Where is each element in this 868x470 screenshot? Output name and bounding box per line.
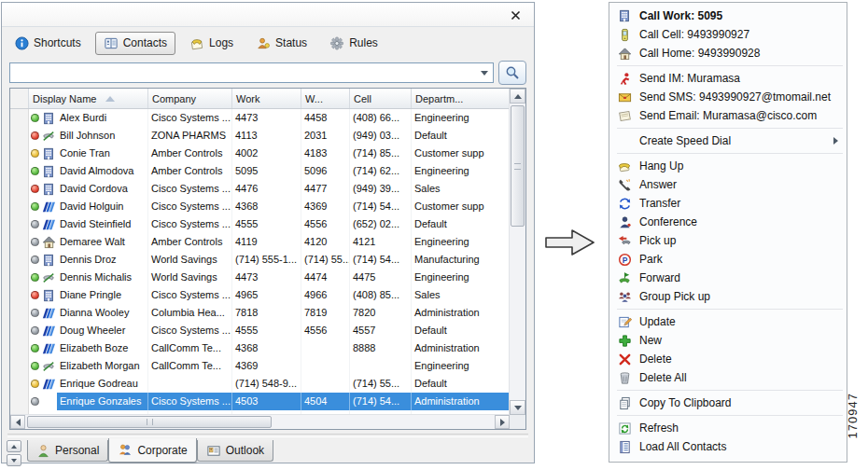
cell-display-name: David Steinfield bbox=[57, 215, 148, 233]
context-menu: Call Work: 5095Call Cell: 9493990927Call… bbox=[609, 2, 847, 463]
search-input[interactable] bbox=[12, 64, 474, 81]
table-row-conie-tran[interactable]: Conie TranAmber Controls40024183(714) 85… bbox=[10, 145, 511, 162]
column-header-company[interactable]: Company bbox=[148, 89, 232, 108]
menu-item-answer[interactable]: Answer bbox=[609, 175, 847, 194]
copy-icon bbox=[609, 396, 639, 410]
menu-item-forward[interactable]: Forward bbox=[609, 269, 847, 287]
menu-item-call-work-5095[interactable]: Call Work: 5095 bbox=[609, 7, 847, 25]
toolbar-button-rules[interactable]: Rules bbox=[321, 32, 386, 55]
table-row-enrique-gonzales[interactable]: Enrique GonzalesCisco Systems ...4503450… bbox=[10, 393, 511, 410]
table-row-enrique-godreau[interactable]: Enrique Godreau(714) 548-9...(714) 55...… bbox=[10, 375, 511, 393]
menu-item-send-email-muramasa-cisco-com[interactable]: Send Email: Muramasa@cisco.com bbox=[609, 106, 847, 125]
search-combobox[interactable] bbox=[9, 62, 494, 83]
tab-scroll-up-button[interactable] bbox=[7, 440, 21, 452]
tab-corporate[interactable]: Corporate bbox=[108, 438, 196, 463]
table-row-elizabeth-boze[interactable]: Elizabeth BozeCallComm Te...43688888Admi… bbox=[10, 339, 511, 357]
toolbar-button-label: Logs bbox=[209, 36, 233, 49]
menu-item-call-cell-9493990927[interactable]: Call Cell: 9493990927 bbox=[609, 25, 847, 44]
menu-item-transfer[interactable]: Transfer bbox=[609, 194, 847, 213]
table-row-dennis-michalis[interactable]: Dennis MichalisWorld Savings447344744475… bbox=[10, 269, 511, 286]
menu-item-create-speed-dial[interactable]: Create Speed Dial bbox=[609, 131, 847, 150]
menu-item-new[interactable]: New bbox=[609, 331, 847, 350]
scroll-left-button[interactable] bbox=[10, 415, 25, 429]
cell-display-name: David Holguin bbox=[57, 198, 148, 215]
menu-item-refresh[interactable]: Refresh bbox=[609, 419, 847, 437]
tab-personal[interactable]: Personal bbox=[27, 440, 108, 462]
column-header-display-name[interactable]: Display Name bbox=[29, 89, 148, 108]
table-row-dennis-droz[interactable]: Dennis DrozWorld Savings(714) 555-1...(7… bbox=[10, 251, 511, 269]
table-row-david-steinfield[interactable]: David SteinfieldCisco Systems ...4555455… bbox=[10, 215, 511, 233]
cell-cell bbox=[350, 357, 412, 375]
table-row-elizabeth-morgan[interactable]: Elizabeth MorganCallComm Te...4369Engine… bbox=[10, 357, 511, 375]
combo-dropdown-button[interactable] bbox=[476, 63, 493, 82]
presence-gray-icon bbox=[31, 326, 39, 335]
menu-item-pick-up[interactable]: Pick up bbox=[609, 231, 847, 250]
info-icon bbox=[15, 36, 29, 50]
menu-item-send-im-muramasa[interactable]: Send IM: Muramasa bbox=[609, 69, 847, 88]
column-header-label: W... bbox=[305, 93, 323, 104]
menu-item-hang-up[interactable]: Hang Up bbox=[609, 157, 847, 175]
arrow-up-icon bbox=[514, 94, 522, 99]
menu-item-delete-all[interactable]: Delete All bbox=[609, 368, 847, 387]
menu-item-copy-to-clipboard[interactable]: Copy To Clipboard bbox=[609, 394, 847, 412]
column-header-w[interactable]: W... bbox=[301, 89, 350, 108]
presence-cell bbox=[29, 322, 41, 339]
table-row-bill-johnson[interactable]: Bill JohnsonZONA PHARMS41132031(949) 03.… bbox=[10, 127, 511, 145]
menu-item-delete[interactable]: Delete bbox=[609, 350, 847, 368]
column-header-work[interactable]: Work bbox=[232, 89, 301, 108]
cell-cell: 8888 bbox=[350, 339, 412, 357]
tab-scroll-spinner bbox=[7, 440, 21, 466]
column-header-cell[interactable]: Cell bbox=[350, 89, 412, 108]
table-row-david-cordova[interactable]: David CordovaCisco Systems ...44764477(9… bbox=[10, 180, 511, 198]
logs-icon bbox=[189, 36, 204, 50]
scroll-right-button[interactable] bbox=[495, 415, 510, 429]
table-row-alex-burdi[interactable]: Alex BurdiCisco Systems ...44734458(408)… bbox=[10, 109, 511, 127]
contact-type-cell bbox=[41, 145, 57, 162]
menu-item-update[interactable]: Update bbox=[609, 312, 847, 331]
toolbar-button-contacts[interactable]: Contacts bbox=[95, 32, 175, 55]
presence-red-icon bbox=[31, 185, 39, 193]
presence-cell bbox=[29, 269, 41, 286]
cell-department: Engineering bbox=[412, 357, 511, 375]
menu-item-send-sms-9493990927-tmomail-net[interactable]: Send SMS: 9493990927@tmomail.net bbox=[609, 88, 847, 106]
table-row-david-holguin[interactable]: David HolguinCisco Systems ...43684369(7… bbox=[10, 198, 511, 215]
menu-item-label: Call Work: 5095 bbox=[639, 9, 722, 22]
cell-display-name: Elizabeth Morgan bbox=[57, 357, 148, 375]
presence-cell bbox=[29, 109, 41, 127]
vertical-scrollbar-thumb[interactable] bbox=[511, 105, 525, 227]
column-header-departm[interactable]: Departm... bbox=[412, 89, 511, 108]
scroll-up-button[interactable] bbox=[510, 89, 525, 104]
table-row-david-almodova[interactable]: David AlmodovaAmber Controls50955096(714… bbox=[10, 162, 511, 180]
menu-item-label: Call Cell: 9493990927 bbox=[639, 28, 749, 41]
cell-work: 4369 bbox=[232, 357, 301, 375]
table-row-demaree-walt[interactable]: Demaree WaltAmber Controls411941204121En… bbox=[10, 233, 511, 251]
row-selector-cell bbox=[10, 286, 29, 304]
toolbar-button-status[interactable]: Status bbox=[247, 32, 315, 55]
scroll-down-button[interactable] bbox=[510, 400, 525, 415]
table-row-diane-pringle[interactable]: Diane PringleCisco Systems ...49654966(4… bbox=[10, 286, 511, 304]
menu-item-call-home-9493990928[interactable]: Call Home: 9493990928 bbox=[609, 44, 847, 62]
cell-cell: (408) 66... bbox=[350, 109, 412, 127]
table-row-dianna-wooley[interactable]: Dianna WooleyColumbia Hea...781878197820… bbox=[10, 304, 511, 322]
horizontal-scrollbar[interactable] bbox=[10, 414, 510, 429]
cell-cell: 4121 bbox=[350, 233, 412, 251]
close-button[interactable] bbox=[508, 7, 523, 22]
table-row-doug-wheeler[interactable]: Doug WheelerCisco Systems ...45554556455… bbox=[10, 322, 511, 339]
menu-item-load-all-contacts[interactable]: Load All Contacts bbox=[609, 437, 847, 456]
toolbar-button-label: Status bbox=[275, 36, 307, 49]
menu-item-park[interactable]: PPark bbox=[609, 250, 847, 269]
toolbar-button-shortcuts[interactable]: Shortcuts bbox=[7, 32, 90, 55]
stripes-icon bbox=[42, 378, 55, 391]
contact-type-cell bbox=[41, 269, 57, 286]
horizontal-scrollbar-thumb[interactable] bbox=[27, 416, 272, 428]
menu-item-conference[interactable]: Conference bbox=[609, 213, 847, 231]
vertical-scrollbar[interactable] bbox=[509, 89, 525, 415]
cell-work2: 4504 bbox=[301, 393, 350, 410]
toolbar-button-logs[interactable]: Logs bbox=[181, 32, 242, 55]
tab-scroll-down-button[interactable] bbox=[7, 454, 21, 466]
menu-item-group-pick-up[interactable]: Group Pick up bbox=[609, 287, 847, 306]
building-icon bbox=[609, 9, 639, 22]
search-button[interactable] bbox=[498, 61, 526, 85]
tab-outlook[interactable]: Outlook bbox=[197, 440, 273, 462]
delete-icon bbox=[609, 352, 639, 366]
